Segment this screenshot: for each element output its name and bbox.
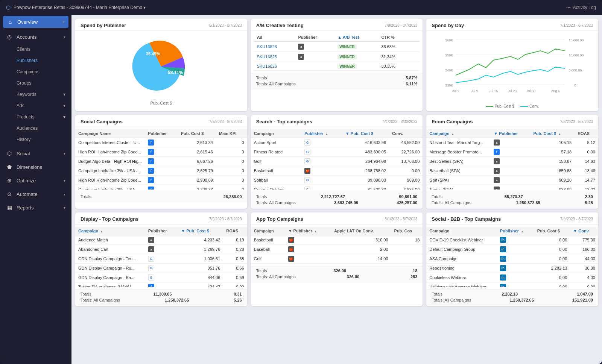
automate-icon: ⊙ xyxy=(6,191,13,197)
app-totals-label: Totals xyxy=(256,268,267,273)
sidebar-item-dimensions[interactable]: ⬟ Dimensions xyxy=(0,160,71,174)
display-scroll[interactable]: Campaign ▲ Publisher ▼ Pub. Cost $ ROAS … xyxy=(75,227,247,287)
sidebar-sub-groups[interactable]: Groups xyxy=(0,77,71,89)
social-row-cost: 2,615.46 xyxy=(178,147,216,157)
social-row-name: High ROI High-income Zip Code... xyxy=(75,176,145,185)
publisher-icon-amazon: a xyxy=(494,177,500,183)
spend-by-day-card: Spend by Day 7/1/2023 - 8/7/2023 $60K $5… xyxy=(426,19,598,111)
sidebar-sub-clients[interactable]: Clients xyxy=(0,44,71,55)
publisher-icon-apple: 🍎 xyxy=(304,168,310,174)
y-label-50k: $50K xyxy=(445,53,453,57)
display-body: Campaign ▲ Publisher ▼ Pub. Cost $ ROAS … xyxy=(75,224,247,289)
display-col-campaign: Campaign ▲ xyxy=(75,227,145,235)
app-scroll[interactable]: Campaign ▼ Publisher ▲ Apple LAT On Conv… xyxy=(251,227,423,264)
social-totals-cost: 26,286.00 xyxy=(223,194,242,199)
ab-testing-card: A/B Creative Testing 7/9/2023 - 8/7/2023… xyxy=(251,19,423,111)
sidebar-sub-history[interactable]: History xyxy=(0,134,71,145)
social-b2b-row-publisher: in xyxy=(497,264,534,273)
social-chevron: ▾ xyxy=(64,152,65,156)
publisher-icon-linkedin: in xyxy=(500,246,506,252)
ecom-title: Ecom Campaigns xyxy=(432,119,473,124)
social-b2b-scroll[interactable]: Campaign Publisher ▲ Pub. Cost $ ▼ Conv.… xyxy=(426,227,598,287)
ecom-scroll[interactable]: Campaign ▲ ▼ Publisher Pub. Cost $ ▲ ROA… xyxy=(426,129,598,190)
y-label-5k: 5,000.00 xyxy=(569,68,582,72)
activity-log-btn[interactable]: 〜 Activity Log xyxy=(566,5,596,11)
search-row-cost: 616,633.96 xyxy=(342,138,389,147)
search-scroll[interactable]: Campaign Publisher ▲ ▼ Pub. Cost $ Conv.… xyxy=(251,129,423,190)
social-row-publisher: f xyxy=(145,185,178,190)
x-label-jul23: Jul 23 xyxy=(508,89,517,93)
pie-label-orange: 35.45% xyxy=(146,52,160,56)
ecom-row-publisher: a xyxy=(491,166,530,176)
sidebar-item-automate[interactable]: ⊙ Automate ▾ xyxy=(0,187,71,201)
social-b2b-row-cost: 0.00 xyxy=(534,282,570,287)
sidebar-sub-products[interactable]: Products ▾ xyxy=(0,111,71,123)
app-campaigns-card: App Top Campaigns 8/1/2023 - 8/7/2023 Ca… xyxy=(251,212,423,306)
home-icon: ⌂ xyxy=(7,19,14,25)
social-campaigns-card: Social Campaigns 7/9/2023 - 8/7/2023 Cam… xyxy=(75,115,247,209)
app-col-publisher: ▼ Publisher ▲ xyxy=(285,227,331,235)
display-col-cost: ▼ Pub. Cost $ xyxy=(178,227,223,235)
sidebar-item-accounts[interactable]: ◎ Accounts ▾ xyxy=(0,30,71,44)
search-col-conv: Conv. xyxy=(389,129,423,138)
app-thead: Campaign ▼ Publisher ▲ Apple LAT On Conv… xyxy=(251,227,423,235)
ecom-footer: Totals 55,270.37 2.30 Totals: All Campai… xyxy=(426,192,598,209)
legend-conv-label: Conv. xyxy=(529,104,539,108)
display-row-name: GDN Display Campaign - Ba... xyxy=(75,273,145,282)
sidebar-item-optimize[interactable]: ⊕ Optimize ▾ xyxy=(0,174,71,187)
ecom-row-cost: 105.15 xyxy=(531,138,575,147)
publisher-icon-google: G xyxy=(148,275,154,281)
social-row-cost: 2,708.33 xyxy=(178,185,216,190)
ab-ad-link-1[interactable]: SKU16823 xyxy=(257,44,277,49)
display-header-row: Campaign ▲ Publisher ▼ Pub. Cost $ ROAS xyxy=(75,227,247,235)
table-row: Holidays with Amazon Webinar in 0.00 0.0… xyxy=(426,282,598,287)
ab-ad-link-3[interactable]: SKU16826 xyxy=(257,64,277,68)
sidebar-sub-keywords[interactable]: Keywords ▾ xyxy=(0,89,71,100)
display-row-roas: 0.66 xyxy=(223,264,247,273)
app-row-name: Basketball xyxy=(251,235,285,245)
publisher-icon-google: G xyxy=(304,158,310,164)
ab-pub-2: a xyxy=(298,54,304,60)
search-tbody: Action Sport G 616,633.96 46,552.00 Fitn… xyxy=(251,138,423,190)
search-row-cost: 483,390.05 xyxy=(342,147,389,157)
sidebar-item-overview[interactable]: ⌂ Overview ▾ xyxy=(3,16,68,28)
spend-publisher-header: Spend by Publisher 8/1/2023 - 8/7/2023 xyxy=(75,19,247,31)
search-body: Campaign Publisher ▲ ▼ Pub. Cost $ Conv.… xyxy=(251,127,423,192)
ab-extra-2 xyxy=(410,52,420,62)
spend-publisher-date: 8/1/2023 - 8/7/2023 xyxy=(209,23,242,27)
sidebar-sub-publishers[interactable]: Publishers xyxy=(0,55,71,66)
table-row: Tennis (SPA) a 938.99 13.02 xyxy=(426,185,598,190)
social-row-name: Budget Algo Beta - High ROI Hig... xyxy=(75,157,145,166)
ab-winner-2: WINNER xyxy=(337,55,357,59)
sidebar-item-social[interactable]: ⬡ Social ▾ xyxy=(0,147,71,160)
enterprise-title[interactable]: Powpow Enterprise Retail - 309909744 - M… xyxy=(14,5,146,10)
sidebar-sub-ads[interactable]: Ads ▾ xyxy=(0,100,71,111)
publisher-icon-fb: f xyxy=(148,187,154,190)
ab-ad-link-2[interactable]: SKU16825 xyxy=(257,55,277,59)
app-header: App Top Campaigns 8/1/2023 - 8/7/2023 xyxy=(251,212,423,224)
sidebar-sub-audiences[interactable]: Audiences xyxy=(0,123,71,134)
app-row-cost xyxy=(391,245,423,254)
social-b2b-col-conv: ▼ Conv. xyxy=(570,227,598,235)
search-row-conv: 22,726.00 xyxy=(389,147,423,157)
social-b2b-row-name: COVID-19 Checklist Webinar xyxy=(426,235,497,245)
ab-ctr-3: 30.35% xyxy=(378,62,410,71)
ab-scroll[interactable]: Ad Publisher ▲ A/B Test CTR % xyxy=(254,33,420,71)
ab-totals-all-row: Totals: All Campaigns 6.11% xyxy=(256,81,418,87)
app-row-name: Baseball xyxy=(251,245,285,254)
social-campaigns-scroll[interactable]: Campaign Name Publisher Pub. Cost $ Main… xyxy=(75,129,247,190)
ecom-row-name: Tennis (SPA) xyxy=(426,185,491,190)
y-label-30k: $30K xyxy=(445,83,453,87)
social-b2b-row-cost: 0.00 xyxy=(534,254,570,264)
ab-table: Ad Publisher ▲ A/B Test CTR % xyxy=(254,33,420,71)
app-table: Campaign ▼ Publisher ▲ Apple LAT On Conv… xyxy=(251,227,423,264)
sidebar-sub-campaigns[interactable]: Campaigns xyxy=(0,66,71,77)
app-totals-all-cost: 283 xyxy=(410,275,417,279)
sidebar-item-reports[interactable]: ▦ Reports ▾ xyxy=(0,201,71,214)
social-icon: ⬡ xyxy=(6,150,13,156)
ecom-row-roas: 14.77 xyxy=(575,176,598,185)
table-row: High ROI High-income Zip Code... f 2,908… xyxy=(75,176,247,185)
pie-chart-svg: 58.11% 35.45% xyxy=(123,35,199,99)
dimensions-label: Dimensions xyxy=(17,164,42,170)
publisher-icon-fb: f xyxy=(148,158,154,164)
